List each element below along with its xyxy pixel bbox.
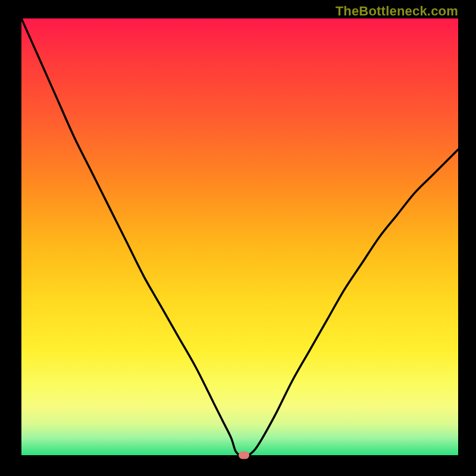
watermark-text: TheBottleneck.com [336,4,458,19]
curve-svg [21,18,458,455]
bottleneck-curve [21,18,458,455]
chart-frame: TheBottleneck.com [0,0,476,476]
optimal-point-marker [239,452,249,459]
